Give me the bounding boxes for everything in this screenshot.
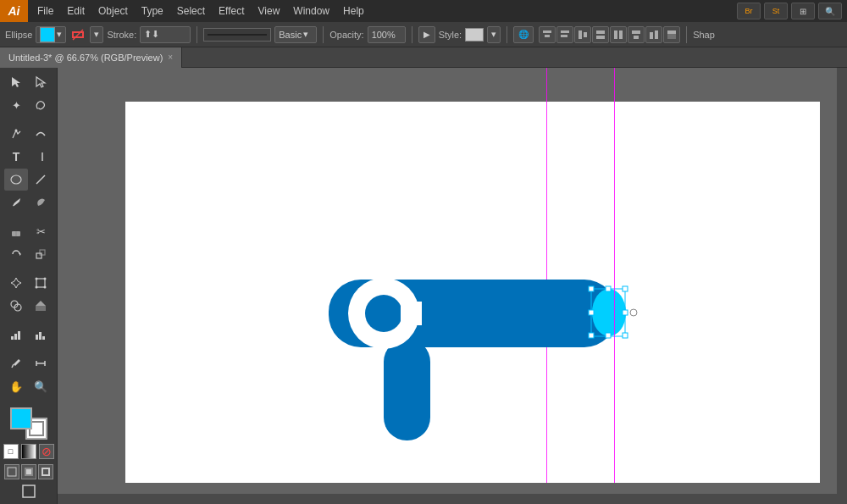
- magic-wand-tool[interactable]: ✦: [4, 94, 28, 116]
- menu-file[interactable]: File: [31, 3, 59, 19]
- selection-tool[interactable]: [4, 71, 28, 93]
- svg-rect-59: [606, 286, 611, 291]
- svg-rect-35: [11, 336, 14, 340]
- tool-row-13: ✋ 🔍: [4, 375, 53, 397]
- svg-rect-11: [619, 30, 623, 39]
- svg-rect-25: [36, 253, 42, 258]
- style-dropdown[interactable]: ▾: [487, 26, 501, 43]
- behind-mode-btn[interactable]: [21, 464, 36, 479]
- expand-btn[interactable]: ▶: [418, 26, 435, 43]
- tab-title: Untitled-3* @ 66.67% (RGB/Preview): [8, 53, 163, 63]
- search-btn[interactable]: 🔍: [818, 3, 842, 19]
- svg-rect-39: [39, 332, 42, 340]
- free-transform-tool[interactable]: [29, 272, 53, 294]
- tool-row-1: [4, 71, 53, 93]
- svg-point-28: [36, 278, 38, 280]
- svg-rect-10: [614, 30, 617, 39]
- tool-row-10: [4, 295, 53, 317]
- svg-rect-37: [18, 331, 20, 340]
- live-paint-tool[interactable]: [29, 295, 53, 317]
- shape-builder-tool[interactable]: [4, 295, 28, 317]
- svg-rect-26: [40, 250, 45, 255]
- eyedropper-tool[interactable]: [4, 352, 28, 374]
- direct-selection-tool[interactable]: [29, 71, 53, 93]
- stroke-value-dropdown[interactable]: ⬆⬇: [140, 26, 191, 43]
- bridge-btn[interactable]: Br: [737, 3, 761, 19]
- style-swatch[interactable]: [465, 28, 484, 42]
- normal-mode-btn[interactable]: [4, 464, 19, 479]
- basic-label: Basic: [279, 30, 302, 40]
- document-tab[interactable]: Untitled-3* @ 66.67% (RGB/Preview) ×: [0, 47, 182, 68]
- separator-1: [197, 26, 197, 43]
- stroke-options-dropdown[interactable]: ▾: [90, 26, 103, 43]
- graph-tool[interactable]: [4, 324, 28, 346]
- align-btn-6[interactable]: [628, 26, 645, 43]
- toolpanel: ✦ T: [0, 68, 58, 504]
- touch-type-tool[interactable]: [29, 146, 53, 168]
- svg-rect-27: [36, 279, 45, 287]
- measure-tool[interactable]: [29, 352, 53, 374]
- shape-right-label: Shap: [693, 30, 715, 40]
- none-mode-btn[interactable]: ⊘: [39, 444, 54, 459]
- blob-brush-tool[interactable]: [29, 191, 53, 213]
- gradient-mode-btn[interactable]: [21, 444, 36, 459]
- lasso-tool[interactable]: [29, 94, 53, 116]
- column-graph-tool[interactable]: [29, 324, 53, 346]
- inside-mode-btn[interactable]: [38, 464, 53, 479]
- color-mode-row: □ ⊘: [3, 444, 54, 459]
- workspace-btn[interactable]: ⊞: [791, 3, 815, 19]
- align-btn-8[interactable]: [663, 26, 680, 43]
- stock-btn[interactable]: St: [764, 3, 788, 19]
- align-btn-3[interactable]: [574, 26, 591, 43]
- menu-help[interactable]: Help: [337, 3, 370, 19]
- align-group: [539, 26, 680, 43]
- menu-window[interactable]: Window: [287, 3, 335, 19]
- svg-rect-5: [561, 35, 567, 37]
- change-screen-mode[interactable]: [17, 480, 41, 502]
- fill-mode-btn[interactable]: □: [3, 444, 19, 459]
- puppet-warp-tool[interactable]: [4, 272, 28, 294]
- svg-rect-13: [634, 36, 639, 39]
- menu-object[interactable]: Object: [92, 3, 134, 19]
- artwork-svg: [125, 102, 820, 483]
- svg-rect-2: [543, 30, 551, 33]
- align-btn-2[interactable]: [556, 26, 573, 43]
- scale-tool[interactable]: [29, 243, 53, 265]
- eraser-tool[interactable]: [4, 220, 28, 242]
- svg-line-41: [12, 364, 14, 368]
- ellipse-tool[interactable]: [4, 169, 28, 191]
- menubar: Ai File Edit Object Type Select Effect V…: [0, 0, 847, 22]
- align-btn-4[interactable]: [592, 26, 609, 43]
- paintbrush-tool[interactable]: [4, 191, 28, 213]
- canvas-area[interactable]: [58, 68, 847, 504]
- pen-tool[interactable]: [4, 123, 28, 145]
- ai-logo: Ai: [0, 0, 28, 22]
- artboard: [125, 102, 820, 483]
- line-tool[interactable]: [29, 169, 53, 191]
- menu-type[interactable]: Type: [136, 3, 169, 19]
- type-tool[interactable]: T: [4, 146, 28, 168]
- menu-select[interactable]: Select: [171, 3, 211, 19]
- fill-color-box[interactable]: [10, 407, 32, 429]
- stroke-preview: [203, 28, 271, 42]
- stroke-style-dropdown[interactable]: Basic ▾: [274, 26, 317, 43]
- menu-edit[interactable]: Edit: [61, 3, 91, 19]
- tab-close-btn[interactable]: ×: [168, 53, 173, 62]
- zoom-tool[interactable]: 🔍: [29, 375, 53, 397]
- align-btn-5[interactable]: [610, 26, 627, 43]
- fill-color-dropdown[interactable]: ▾: [36, 26, 66, 43]
- hand-tool[interactable]: ✋: [4, 375, 28, 397]
- opacity-input[interactable]: [368, 26, 406, 43]
- main-area: ✦ T: [0, 68, 847, 504]
- globe-btn[interactable]: 🌐: [513, 26, 534, 43]
- stroke-icon: [69, 26, 86, 43]
- svg-point-31: [36, 286, 38, 289]
- curvature-tool[interactable]: [29, 123, 53, 145]
- menu-view[interactable]: View: [252, 3, 286, 19]
- align-btn-1[interactable]: [539, 26, 556, 43]
- svg-rect-6: [579, 30, 582, 39]
- rotate-tool[interactable]: [4, 243, 28, 265]
- align-btn-7[interactable]: [645, 26, 662, 43]
- scissors-tool[interactable]: ✂: [29, 220, 53, 242]
- menu-effect[interactable]: Effect: [213, 3, 250, 19]
